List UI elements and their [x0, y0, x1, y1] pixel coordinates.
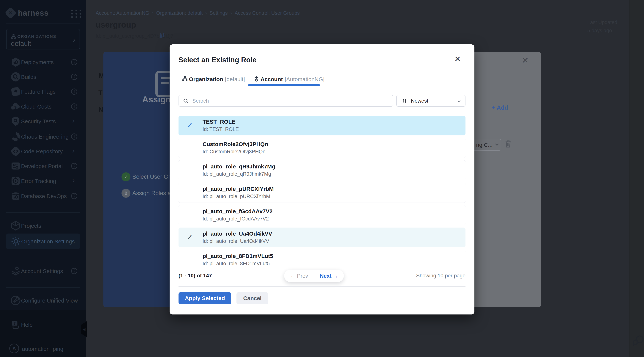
apps-grid-icon[interactable]: [71, 10, 82, 18]
pagination-pill: ← Prev Next →: [284, 270, 344, 282]
sidebar-item-deployments[interactable]: Deployments: [0, 55, 86, 70]
sidebar-item-configure-unified-view[interactable]: Configure Unified View: [0, 293, 86, 308]
error-tracking-icon: [10, 176, 21, 186]
chevron-right-icon: ›: [72, 146, 75, 155]
search-input[interactable]: Search: [178, 95, 393, 107]
sidebar-item-cloud-costs[interactable]: $ Cloud Costs: [0, 99, 86, 114]
support-chat-icon[interactable]: [632, 335, 644, 347]
prev-page-button[interactable]: ← Prev: [284, 270, 314, 282]
breadcrumb-item[interactable]: Account: AutomationNG: [96, 10, 149, 16]
info-icon: [71, 268, 78, 274]
sort-value: Newest: [411, 98, 428, 104]
avatar-letter: A: [12, 346, 16, 351]
role-name: TEST_ROLE: [202, 119, 236, 125]
sidebar-item-label: Database DevOps: [21, 193, 67, 199]
dialog-close-icon[interactable]: ✕: [454, 55, 461, 63]
sidebar-item-label: Projects: [21, 223, 41, 229]
sidebar-item-projects[interactable]: Projects: [0, 218, 86, 233]
layers-gear-icon: [10, 266, 21, 276]
info-icon: [71, 193, 78, 199]
sidebar-item-label: Error Tracking: [21, 178, 56, 184]
help-chat-icon: ?: [10, 319, 21, 330]
breadcrumb-separator: ›: [205, 10, 207, 16]
step-done-check-icon: ✓: [122, 172, 130, 181]
sort-dropdown[interactable]: Newest: [396, 95, 466, 107]
chevron-right-icon: ›: [73, 36, 75, 44]
sidebar-item-label: Configure Unified View: [21, 297, 78, 304]
role-name: pl_auto_role_qR9Jhmk7Mg: [202, 163, 275, 170]
role-id: Id: CustomRole2Ofvj3PHQn: [202, 149, 266, 155]
breadcrumb[interactable]: Account: AutomationNG›Organization: defa…: [96, 10, 300, 16]
logo-text: harness: [18, 9, 49, 18]
security-tests-icon: [10, 116, 21, 126]
role-id: Id: pl_auto_role_fGcdAAv7V2: [202, 216, 269, 222]
role-list: ✓ TEST_ROLE Id: TEST_ROLE ✓ CustomRole2O…: [178, 116, 466, 268]
org-selector-value: default: [11, 40, 31, 48]
breadcrumb-item[interactable]: Settings: [210, 10, 228, 16]
role-list-item[interactable]: ✓ pl_auto_role_Ua4Od4ikVV Id: pl_auto_ro…: [178, 228, 466, 247]
role-name: pl_auto_role_Ua4Od4ikVV: [202, 231, 272, 237]
breadcrumb-item[interactable]: Access Control: User Groups: [234, 10, 300, 16]
wizard-close-icon[interactable]: ✕: [522, 56, 529, 65]
divider: [6, 258, 80, 258]
delete-binding-icon[interactable]: [504, 140, 512, 149]
feature-flags-icon: [10, 86, 21, 97]
sidebar-item-help[interactable]: ? Help: [0, 317, 86, 332]
role-name: pl_auto_role_fGcdAAv7V2: [202, 208, 272, 214]
step-number-badge: 2: [122, 189, 130, 198]
role-name: pl_auto_role_pURCXlYrbM: [202, 186, 274, 192]
sidebar-item-code-repository[interactable]: Code Repository ›: [0, 144, 86, 159]
sidebar-item-error-tracking[interactable]: Error Tracking ›: [0, 173, 86, 188]
sidebar-item-label: Deployments: [21, 59, 54, 66]
info-icon: [71, 88, 78, 95]
sidebar-item-builds[interactable]: Builds: [0, 69, 86, 84]
breadcrumb-item[interactable]: Organization: default: [156, 10, 202, 16]
check-icon: ✓: [186, 121, 193, 130]
dialog-title: Select an Existing Role: [178, 56, 256, 64]
page-right-column: [629, 0, 644, 357]
divider: [6, 287, 80, 288]
info-icon: [71, 74, 78, 80]
sidebar-item-security-tests[interactable]: Security Tests ›: [0, 114, 86, 129]
sidebar-item-label: Organization Settings: [21, 238, 75, 245]
role-list-item[interactable]: ✓ pl_auto_role_pURCXlYrbM Id: pl_auto_ro…: [178, 183, 466, 203]
user-menu[interactable]: A automation_ping: [0, 340, 86, 355]
select-existing-role-dialog: Select an Existing Role ✕ Organization[d…: [170, 44, 474, 314]
role-list-item[interactable]: ✓ pl_auto_role_qR9Jhmk7Mg Id: pl_auto_ro…: [178, 160, 466, 180]
wizard-step-label: Assign Roles an: [132, 190, 174, 197]
arrow-right-icon: →: [333, 273, 338, 279]
cancel-button[interactable]: Cancel: [236, 292, 268, 304]
harness-logo-icon: ✕: [4, 7, 16, 19]
user-name: automation_ping: [22, 346, 63, 352]
org-selector[interactable]: ORGANIZATIONS default ›: [6, 29, 80, 50]
tab-label: Organization[default]: [189, 76, 245, 83]
apply-selected-button[interactable]: Apply Selected: [178, 292, 231, 304]
role-id: Id: pl_auto_role_qR9Jhmk7Mg: [202, 171, 271, 177]
cloud-costs-icon: $: [10, 101, 21, 112]
sidebar-item-database-devops[interactable]: Database DevOps: [0, 189, 86, 203]
role-list-item[interactable]: ✓ pl_auto_role_8FD1mVLut5 Id: pl_auto_ro…: [178, 250, 466, 268]
clipped-label: T: [98, 89, 104, 97]
role-list-item[interactable]: ✓ TEST_ROLE Id: TEST_ROLE: [178, 116, 466, 135]
last-updated-label: Last Updated: [587, 18, 617, 27]
logo-row: ✕ harness: [6, 8, 81, 19]
svg-text:$: $: [14, 105, 16, 109]
next-page-button[interactable]: Next →: [314, 270, 344, 282]
sidebar-item-feature-flags[interactable]: Feature Flags: [0, 84, 86, 99]
code-repository-icon: [10, 146, 21, 157]
clipped-label: N: [98, 106, 104, 113]
sidebar-item-account-settings[interactable]: Account Settings: [0, 263, 86, 278]
role-list-item[interactable]: ✓ CustomRole2Ofvj3PHQn Id: CustomRole2Of…: [178, 138, 466, 158]
sidebar-item-developer-portal[interactable]: Developer Portal: [0, 159, 86, 173]
sidebar-item-chaos-engineering[interactable]: Chaos Engineering: [0, 129, 86, 144]
builds-icon: [10, 72, 21, 82]
info-icon: [71, 163, 78, 169]
info-icon: [71, 59, 78, 66]
copy-icon[interactable]: [159, 33, 164, 40]
chevron-down-icon: [494, 141, 500, 148]
breadcrumb-separator: ›: [230, 10, 232, 16]
sidebar-item-organization-settings[interactable]: Organization Settings: [6, 233, 80, 249]
role-list-item[interactable]: ✓ pl_auto_role_fGcdAAv7V2 Id: pl_auto_ro…: [178, 205, 466, 225]
add-role-binding-button[interactable]: + Add: [492, 105, 508, 111]
sidebar-item-label: Cloud Costs: [21, 104, 52, 110]
